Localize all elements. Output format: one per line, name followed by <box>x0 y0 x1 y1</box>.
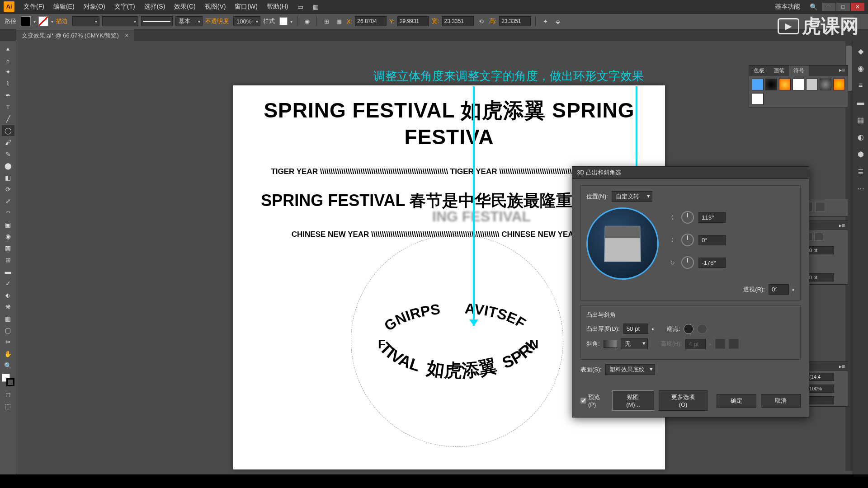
dock-more-icon[interactable]: ⋯ <box>855 183 866 194</box>
panel-menu-icon[interactable]: ▸≡ <box>836 362 848 371</box>
hand-tool[interactable]: ✋ <box>2 348 14 359</box>
surface-dropdown[interactable]: 塑料效果底纹 <box>605 364 655 375</box>
menu-window[interactable]: 窗口(W) <box>230 3 262 11</box>
hscale-input[interactable] <box>807 385 834 393</box>
direct-selection-tool[interactable]: ▵ <box>2 55 14 66</box>
type-tool[interactable]: T <box>2 102 14 113</box>
line-tool[interactable]: ╱ <box>2 113 14 124</box>
swatch-item[interactable] <box>833 79 845 90</box>
pencil-tool[interactable]: ✎ <box>2 149 14 160</box>
artboard-tool[interactable]: ▢ <box>2 325 14 336</box>
menu-view[interactable]: 视图(V) <box>200 3 231 11</box>
dock-stroke-icon[interactable]: ≡ <box>855 80 866 91</box>
indent-right-input[interactable] <box>807 246 834 254</box>
heading-1[interactable]: SPRING FESTIVAL 如虎添翼 SPRING FESTIVA <box>233 97 665 149</box>
swatch-item[interactable] <box>779 79 791 90</box>
stroke-style-preview[interactable] <box>141 16 173 26</box>
recolor-icon[interactable]: ◉ <box>302 16 312 26</box>
symbol-sprayer-tool[interactable]: ❋ <box>2 301 14 312</box>
shape-builder-tool[interactable]: ◉ <box>2 231 14 242</box>
scale-tool[interactable]: ⤢ <box>2 196 14 206</box>
maximize-button[interactable]: □ <box>836 3 850 11</box>
para-justify-all[interactable] <box>814 233 823 241</box>
dock-transparency-icon[interactable]: ▦ <box>855 114 866 125</box>
document-tab[interactable]: 文变效果.ai* @ 66.67% (CMYK/预览) × <box>16 29 134 42</box>
mesh-tool[interactable]: ⊞ <box>2 254 14 265</box>
paintbrush-tool[interactable]: 🖌 <box>2 137 14 148</box>
minimize-button[interactable]: — <box>822 3 835 11</box>
zoom-tool[interactable]: 🔍 <box>2 360 14 371</box>
swatch-item[interactable] <box>820 79 831 90</box>
brush-dropdown[interactable]: 基本 <box>175 16 203 26</box>
slice-tool[interactable]: ✂ <box>2 337 14 347</box>
panel-menu-icon[interactable]: ▸≡ <box>836 221 848 230</box>
swatch-item[interactable] <box>752 79 764 90</box>
blob-brush-tool[interactable]: ⬤ <box>2 160 14 171</box>
eraser-tool[interactable]: ◧ <box>2 172 14 183</box>
style-swatch[interactable] <box>279 17 288 25</box>
cancel-button[interactable]: 取消 <box>761 394 801 408</box>
menu-edit[interactable]: 编辑(E) <box>49 3 79 11</box>
align-icon[interactable]: ⊞ <box>321 16 331 26</box>
symbols-tab[interactable]: 符号 <box>789 66 809 76</box>
ring-text-object[interactable]: GNIRPS AVITSEF TIVAL 如虎添翼 SPRI F <box>351 235 563 447</box>
screen-mode[interactable]: ⬚ <box>2 401 14 412</box>
menu-type[interactable]: 文字(T) <box>110 3 140 11</box>
dock-layers-icon[interactable]: ≣ <box>855 166 866 177</box>
lasso-tool[interactable]: ⌇ <box>2 78 14 89</box>
stroke-swatch[interactable] <box>38 16 48 26</box>
position-dropdown[interactable]: 自定义转 <box>612 191 652 202</box>
perspective-input[interactable] <box>769 284 789 295</box>
ellipse-tool[interactable]: ◯ <box>2 125 14 136</box>
leading-input[interactable] <box>807 373 834 381</box>
cap-on-button[interactable] <box>684 324 693 334</box>
dock-color-icon[interactable]: ◆ <box>855 46 866 56</box>
pen-tool[interactable]: ✒ <box>2 90 14 101</box>
w-input[interactable] <box>442 16 474 26</box>
dialog-title[interactable]: 3D 凸出和斜角选 <box>572 167 809 179</box>
menu-help[interactable]: 帮助(H) <box>262 3 292 11</box>
shape-icon[interactable]: ✦ <box>540 16 550 26</box>
rotate-y-input[interactable] <box>698 235 726 245</box>
brushes-tab[interactable]: 画笔 <box>769 66 789 76</box>
opacity-dropdown[interactable]: 100% <box>233 16 260 26</box>
draw-mode-normal[interactable]: ◻ <box>2 389 14 400</box>
3d-cube-preview[interactable] <box>586 207 659 280</box>
swatch-item[interactable] <box>793 79 804 90</box>
arrange-icon[interactable]: ▦ <box>311 2 321 12</box>
stroke-profile-dropdown[interactable] <box>102 16 138 26</box>
x-input[interactable] <box>355 16 387 26</box>
free-transform-tool[interactable]: ▣ <box>2 219 14 230</box>
menu-object[interactable]: 对象(O) <box>79 3 110 11</box>
rotate-z-input[interactable] <box>698 258 726 268</box>
swatch-item[interactable] <box>806 79 818 90</box>
panel-menu-icon[interactable]: ▸≡ <box>836 66 848 76</box>
menu-select[interactable]: 选择(S) <box>140 3 170 11</box>
align-bottom-button[interactable] <box>815 202 825 212</box>
dock-gradient-icon[interactable]: ▬ <box>855 97 866 108</box>
width-tool[interactable]: ⌔ <box>2 207 14 218</box>
more-icon[interactable]: ⬙ <box>553 16 563 26</box>
bevel-dropdown[interactable]: 无 <box>621 338 648 349</box>
map-art-button[interactable]: 贴图(M)... <box>612 390 655 411</box>
workspace-switcher[interactable]: 基本功能 <box>769 3 806 11</box>
h-input[interactable] <box>499 16 531 26</box>
space-after-input[interactable] <box>807 273 834 282</box>
search-icon[interactable]: 🔍 <box>808 2 818 12</box>
rotate-x-input[interactable] <box>698 212 726 223</box>
dock-graphic-styles-icon[interactable]: ⬢ <box>855 149 866 160</box>
tracking-input[interactable] <box>807 396 834 404</box>
rotate-y-dial[interactable] <box>681 234 694 246</box>
rotate-tool[interactable]: ⟳ <box>2 184 14 195</box>
more-options-button[interactable]: 更多选项(O) <box>659 390 708 411</box>
fill-stroke-control[interactable] <box>2 374 14 386</box>
close-button[interactable]: ✕ <box>851 3 864 11</box>
stroke-weight-dropdown[interactable] <box>72 16 99 26</box>
stroke-label[interactable]: 描边 <box>56 17 68 25</box>
magic-wand-tool[interactable]: ✦ <box>2 66 14 77</box>
gradient-tool[interactable]: ▬ <box>2 266 14 277</box>
perspective-tool[interactable]: ▩ <box>2 243 14 253</box>
link-wh-icon[interactable]: ⟲ <box>476 16 486 26</box>
y-input[interactable] <box>397 16 429 26</box>
transform-icon[interactable]: ▦ <box>334 16 344 26</box>
